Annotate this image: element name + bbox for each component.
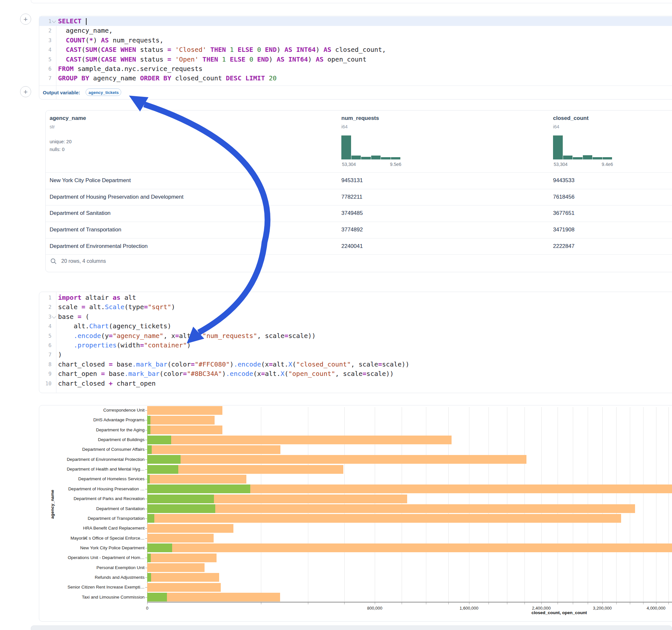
table-row: New York City Police Department945313194…: [46, 173, 672, 189]
code-line[interactable]: 2scale = alt.Scale(type="sqrt"): [39, 302, 672, 312]
x-axis-tick: [557, 602, 558, 604]
table-cell: 3774892: [341, 226, 363, 233]
table-cell: 7782211: [341, 194, 362, 200]
table-cell: 2222847: [553, 243, 574, 249]
code-line[interactable]: 7): [39, 350, 672, 359]
table-cell: 9453131: [341, 177, 363, 184]
y-axis-label: Personal Exemption Unit: [41, 565, 145, 570]
chart-bar-open: [147, 484, 250, 493]
table-cell: 3749485: [341, 210, 363, 217]
column-header-num-requests[interactable]: num_requests: [341, 115, 379, 122]
x-axis-tick: [630, 602, 630, 604]
line-number: 9: [39, 369, 51, 379]
line-number: 4: [39, 45, 51, 54]
x-axis-tick: [261, 602, 261, 604]
code-line[interactable]: 8chart_closed = base.mark_bar(color="#FF…: [39, 360, 672, 369]
column-header-closed-count[interactable]: closed_count: [553, 115, 589, 122]
output-variable-pill[interactable]: agency_tickets: [86, 89, 121, 96]
histogram-bar: [603, 157, 613, 160]
collapse-chevron-icon[interactable]: [52, 19, 56, 23]
table-cell: 7618456: [553, 194, 574, 200]
chart-bar-closed: [147, 426, 222, 434]
chart-bar-closed: [147, 406, 222, 415]
x-axis-tick: [147, 602, 147, 604]
chart-bar-closed: [147, 436, 452, 444]
x-axis-tick-label: 3,200,000: [593, 606, 612, 610]
x-axis-line: [147, 602, 672, 602]
code-line[interactable]: 5 CAST(SUM(CASE WHEN status = 'Open' THE…: [39, 55, 672, 64]
x-axis-tick-label: 2,400,000: [532, 606, 551, 610]
code-line[interactable]: 3base = (: [39, 312, 672, 321]
chart-bar-closed: [147, 524, 233, 533]
code-line[interactable]: 4 alt.Chart(agency_tickets): [39, 321, 672, 331]
code-line[interactable]: 6 .properties(width="container"): [39, 341, 672, 350]
code-line[interactable]: 4 CAST(SUM(CASE WHEN status = 'Closed' T…: [39, 45, 672, 54]
histogram-bar: [593, 157, 602, 160]
chart-bar-closed: [147, 593, 280, 602]
code-line[interactable]: 1import altair as alt: [39, 293, 672, 302]
chart-bar-open: [147, 436, 171, 444]
chart-bar-open: [147, 504, 215, 513]
column-type-closed-count: i64: [553, 124, 559, 129]
y-axis-title: agency_name: [50, 490, 55, 518]
y-axis-label: Department of Sanitation: [41, 506, 145, 511]
column-header-agency-name[interactable]: agency_name: [50, 115, 86, 122]
y-axis-label: Operations Unit - Department of Hom…: [41, 555, 145, 560]
y-axis-label: Department of Homeless Services: [41, 477, 145, 481]
histogram-max-label: 9.4e6: [602, 162, 613, 167]
table-cell: Department of Environmental Protection: [50, 243, 147, 249]
table-row: Department of Sanitation37494853677651: [46, 205, 672, 222]
line-number: 2: [39, 302, 51, 312]
collapse-chevron-icon[interactable]: [52, 314, 56, 319]
line-number: 1: [39, 293, 51, 302]
x-axis-tick-label: 0: [146, 606, 148, 610]
code-line[interactable]: 9chart_open = base.mark_bar(color="#8BC3…: [39, 369, 672, 379]
search-icon[interactable]: [50, 258, 57, 264]
chart-bar-closed: [147, 573, 219, 582]
x-axis-tick: [602, 602, 603, 604]
code-line[interactable]: 5 .encode(y="agency_name", x=alt.X("num_…: [39, 331, 672, 341]
chart-bar-open: [147, 475, 150, 484]
chart-bar-closed: [147, 554, 217, 562]
table-row: Department of Transportation377489234719…: [46, 222, 672, 239]
y-axis-label: Department of Environmental Protection: [41, 457, 145, 462]
code-line[interactable]: 6FROM sample_data.nyc.service_requests: [39, 64, 672, 74]
code-line[interactable]: 7GROUP BY agency_name ORDER BY closed_co…: [39, 74, 672, 83]
histogram-bar: [573, 157, 582, 160]
x-axis-tick: [488, 602, 489, 604]
y-axis-label: Correspondence Unit: [41, 408, 145, 413]
python-cell: 1import altair as alt2scale = alt.Scale(…: [39, 292, 672, 393]
histogram-bar: [341, 136, 351, 160]
histogram-bar: [361, 157, 371, 160]
table-cell: Department of Transportation: [50, 226, 121, 233]
chart-bar-closed: [147, 455, 526, 464]
chart-bar-closed: [147, 445, 281, 454]
x-axis-tick: [375, 602, 375, 604]
x-axis-tick: [573, 602, 573, 604]
chart-bar-closed: [147, 416, 215, 425]
code-line[interactable]: 2 agency_name,: [39, 26, 672, 35]
line-number: 3: [39, 35, 51, 45]
chart-bar-closed: [147, 534, 214, 542]
column-null-count: nulls: 0: [50, 147, 65, 152]
sql-code-editor[interactable]: 1SELECT 2 agency_name,3 COUNT(*) AS num_…: [39, 17, 672, 83]
y-axis-label: HRA Benefit Card Replacement: [41, 526, 145, 531]
chart-bar-open: [147, 455, 181, 464]
python-code-editor[interactable]: 1import altair as alt2scale = alt.Scale(…: [39, 293, 672, 388]
sql-cell: 1SELECT 2 agency_name,3 COUNT(*) AS num_…: [39, 16, 672, 99]
row-count-text: 20 rows, 4 columns: [61, 258, 106, 264]
y-axis-label: Department of Health and Mental Hyg…: [41, 467, 145, 471]
add-cell-button-top[interactable]: +: [20, 14, 31, 25]
closed-count-histogram: [553, 136, 612, 160]
line-number: 10: [39, 379, 51, 388]
y-axis-label: Department of Housing Preservation …: [41, 486, 145, 491]
code-line[interactable]: 10chart_closed + chart_open: [39, 379, 672, 388]
code-line[interactable]: 3 COUNT(*) AS num_requests,: [39, 35, 672, 45]
add-cell-button-output[interactable]: +: [20, 86, 31, 97]
chart-bar-open: [147, 554, 151, 562]
table-row: Department of Housing Preservation and D…: [46, 189, 672, 206]
code-line[interactable]: 1SELECT: [39, 17, 672, 26]
line-number: 1: [39, 17, 51, 26]
chart-bar-open: [147, 543, 172, 552]
chart-bar-open: [147, 445, 152, 454]
